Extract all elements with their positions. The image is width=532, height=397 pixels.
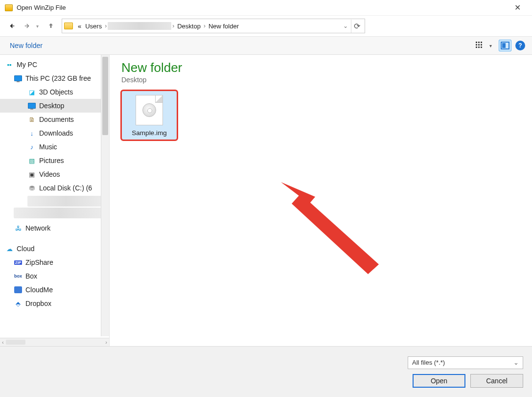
tree-redacted <box>27 196 104 207</box>
file-type-label: All files (*.*) <box>412 359 445 366</box>
tree-local-disk[interactable]: ⛃ Local Disk (C:) (6 <box>0 181 109 195</box>
tree-label: Local Disk (C:) (6 <box>39 184 92 192</box>
file-name: Sample.img <box>132 129 166 137</box>
navigation-pane: ▪▪ My PC This PC (232 GB free ◪ 3D Objec… <box>0 55 110 346</box>
pictures-icon: ▧ <box>27 157 36 164</box>
file-item[interactable]: Sample.img <box>121 91 177 140</box>
up-button[interactable] <box>44 19 58 33</box>
folder-subheading: Desktop <box>121 76 520 84</box>
tree-zipshare[interactable]: ZIP ZipShare <box>0 256 109 269</box>
svg-rect-4 <box>478 44 480 46</box>
desktop-icon <box>27 102 36 110</box>
preview-pane-button[interactable] <box>499 40 511 51</box>
cloudme-icon <box>14 286 23 294</box>
music-icon: ♪ <box>27 143 36 151</box>
tree-network[interactable]: 🖧 Network <box>0 221 109 235</box>
tree-label: Pictures <box>39 157 64 164</box>
zipshare-icon: ZIP <box>14 258 23 266</box>
breadcrumb-users[interactable]: Users <box>83 23 104 30</box>
breadcrumb-redacted <box>108 22 171 30</box>
tree-label: Box <box>25 272 37 280</box>
tree-label: Cloud <box>17 245 35 253</box>
close-button[interactable]: ✕ <box>508 3 527 12</box>
tree-pictures[interactable]: ▧ Pictures <box>0 154 109 167</box>
box-icon: box <box>14 272 23 280</box>
cloud-icon: ☁ <box>5 245 14 253</box>
folder-heading: New folder <box>121 61 520 75</box>
chevron-down-icon: ⌄ <box>513 359 519 366</box>
disc-image-icon <box>142 103 156 117</box>
tree-downloads[interactable]: ↓ Downloads <box>0 126 109 140</box>
tree-videos[interactable]: ▣ Videos <box>0 167 109 181</box>
tree-label: Downloads <box>39 129 73 137</box>
tree-label: Music <box>39 143 57 151</box>
window-title: Open WinZip File <box>17 4 508 11</box>
nav-horizontal-scrollbar[interactable]: ‹› <box>0 338 109 346</box>
file-type-select[interactable]: All files (*.*) ⌄ <box>408 356 523 369</box>
chevron-right-icon[interactable]: › <box>203 23 207 29</box>
tree-this-pc[interactable]: This PC (232 GB free <box>0 71 109 85</box>
svg-rect-7 <box>478 47 480 48</box>
dropbox-icon: ⬘ <box>14 300 23 307</box>
view-dropdown[interactable]: ▾ <box>489 43 492 48</box>
svg-rect-1 <box>478 42 480 43</box>
tree-desktop[interactable]: Desktop <box>0 99 109 113</box>
videos-icon: ▣ <box>27 170 36 178</box>
new-folder-button[interactable]: New folder <box>7 40 46 51</box>
tree-documents[interactable]: 🗎 Documents <box>0 113 109 126</box>
svg-rect-10 <box>502 43 506 48</box>
folder-icon <box>64 23 73 29</box>
cancel-button[interactable]: Cancel <box>470 374 523 388</box>
tree-label: My PC <box>17 61 37 69</box>
breadcrumb-prefix: « <box>76 23 83 30</box>
tree-label: Desktop <box>39 102 64 110</box>
open-button[interactable]: Open <box>413 374 465 388</box>
annotation-arrow <box>281 182 389 282</box>
cube-icon: ◪ <box>27 88 36 96</box>
chevron-right-icon[interactable]: › <box>171 23 175 29</box>
app-icon <box>5 4 13 11</box>
svg-rect-6 <box>476 47 477 48</box>
document-icon: 🗎 <box>27 116 36 123</box>
tree-label: Videos <box>39 170 60 178</box>
svg-rect-3 <box>476 44 477 46</box>
tree-cloud[interactable]: ☁ Cloud <box>0 242 109 256</box>
svg-marker-11 <box>281 182 315 204</box>
svg-rect-0 <box>476 42 477 43</box>
tree-music[interactable]: ♪ Music <box>0 140 109 154</box>
tree-cloudme[interactable]: CloudMe <box>0 283 109 297</box>
tree-label: Network <box>25 224 50 232</box>
tree-label: ZipShare <box>25 258 53 266</box>
refresh-button[interactable]: ⟳ <box>351 20 363 33</box>
file-thumbnail <box>136 95 163 125</box>
tree-box[interactable]: box Box <box>0 269 109 283</box>
svg-rect-8 <box>481 47 482 48</box>
svg-marker-12 <box>292 194 379 274</box>
tree-label: Dropbox <box>25 300 51 307</box>
tree-dropbox[interactable]: ⬘ Dropbox <box>0 297 109 310</box>
tree-label: CloudMe <box>25 286 53 294</box>
monitor-icon <box>14 74 23 82</box>
forward-button[interactable] <box>21 19 34 33</box>
tree-my-pc[interactable]: ▪▪ My PC <box>0 58 109 71</box>
recent-locations-dropdown[interactable]: ▾ <box>36 23 42 29</box>
tree-3d-objects[interactable]: ◪ 3D Objects <box>0 85 109 99</box>
svg-rect-2 <box>481 42 482 43</box>
disk-icon: ⛃ <box>27 184 36 192</box>
address-bar[interactable]: « Users › › Desktop › New folder ⌄ ⟳ <box>62 19 365 33</box>
help-button[interactable]: ? <box>515 41 525 50</box>
nav-vertical-scrollbar[interactable] <box>101 55 109 336</box>
file-list-pane[interactable]: New folder Desktop Sample.img <box>110 55 532 346</box>
breadcrumb-current[interactable]: New folder <box>207 23 241 30</box>
view-grid-icon[interactable] <box>474 40 486 51</box>
tree-label: This PC (232 GB free <box>25 74 91 82</box>
breadcrumb-desktop[interactable]: Desktop <box>175 23 203 30</box>
back-button[interactable] <box>5 19 19 33</box>
address-dropdown[interactable]: ⌄ <box>340 23 351 29</box>
pc-icon: ▪▪ <box>5 61 14 69</box>
chevron-right-icon[interactable]: › <box>104 23 108 29</box>
svg-rect-5 <box>481 44 482 46</box>
network-icon: 🖧 <box>14 224 23 232</box>
tree-label: 3D Objects <box>39 88 73 96</box>
tree-label: Documents <box>39 116 74 123</box>
